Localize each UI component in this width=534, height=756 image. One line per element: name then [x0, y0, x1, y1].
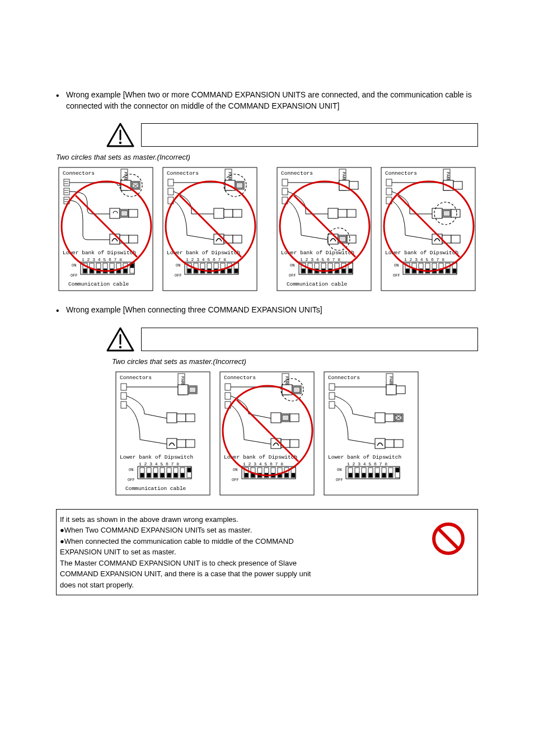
svg-rect-217	[386, 385, 396, 395]
svg-rect-175	[181, 473, 184, 477]
svg-rect-48	[168, 188, 174, 195]
dipswitch-label: Lower bank of Dipswitch	[167, 250, 240, 256]
svg-rect-185	[293, 387, 300, 393]
bullet-three-connectors: Wrong example [When connecting three COM…	[66, 305, 478, 316]
off-label: OFF	[336, 478, 343, 482]
svg-rect-80	[282, 179, 288, 186]
svg-rect-163	[140, 473, 144, 477]
svg-rect-218	[396, 386, 405, 394]
dip-numbers: 1 2 3 4 5 6 7 8	[82, 257, 122, 262]
svg-rect-118	[432, 208, 442, 218]
off-label: OFF	[393, 273, 400, 278]
board-f: Connectors PARENT Lower bank of Dipswitc…	[217, 369, 317, 498]
off-label: OFF	[232, 478, 239, 482]
on-label: ON	[394, 263, 399, 268]
warning-caption-box-2	[141, 328, 478, 351]
svg-rect-226	[385, 440, 394, 447]
svg-rect-113	[386, 179, 392, 186]
svg-rect-5	[64, 179, 69, 186]
svg-rect-188	[282, 415, 289, 421]
svg-rect-55	[233, 209, 242, 217]
svg-rect-8	[64, 188, 69, 195]
on-label: ON	[337, 468, 341, 472]
warning-triangle-icon	[106, 123, 134, 147]
connectors-label: Connectors	[167, 170, 199, 176]
connectors-label: Connectors	[328, 375, 360, 381]
incorrect-note-2: Two circles that sets as master.(Incorre…	[56, 153, 478, 161]
prohibit-line-6: does not start properly.	[60, 580, 410, 591]
svg-rect-242	[389, 473, 392, 477]
svg-rect-155	[167, 413, 177, 423]
svg-point-2	[119, 142, 121, 144]
svg-rect-84	[349, 181, 358, 189]
svg-rect-151	[121, 402, 127, 408]
comm-cable-label: Communication cable	[68, 281, 129, 287]
warning-row-1	[106, 123, 478, 147]
svg-rect-149	[121, 384, 127, 390]
prohibit-line-4: The Master COMMAND EXPANSION UNIT is to …	[60, 558, 410, 569]
prohibit-line-2: ●When connected the communication cable …	[60, 536, 410, 547]
svg-rect-238	[376, 473, 379, 477]
svg-rect-81	[282, 188, 288, 195]
svg-rect-73	[228, 269, 231, 273]
off-label: OFF	[128, 478, 135, 482]
prohibit-line-1: ●When Two COMMAND EXPANSION UNITs set as…	[60, 525, 410, 536]
svg-rect-86	[338, 209, 347, 217]
svg-rect-219	[375, 413, 385, 423]
svg-rect-171	[167, 473, 171, 477]
svg-line-246	[438, 529, 458, 549]
svg-rect-244	[396, 468, 399, 472]
svg-rect-169	[161, 473, 164, 477]
svg-rect-195	[245, 473, 248, 477]
svg-rect-154	[189, 387, 196, 393]
svg-rect-234	[362, 473, 366, 477]
svg-rect-106	[342, 269, 345, 273]
svg-rect-53	[214, 208, 224, 218]
svg-rect-114	[386, 188, 392, 195]
svg-rect-216	[329, 402, 335, 408]
svg-rect-87	[347, 209, 356, 217]
svg-rect-173	[174, 473, 177, 477]
svg-rect-240	[382, 473, 386, 477]
svg-rect-127	[406, 269, 409, 273]
dip-numbers: 1 2 3 4 5 6 7 8	[186, 257, 226, 262]
off-label: OFF	[71, 273, 78, 278]
board-g: Connectors PARENT Lower bank of Dipswitc…	[321, 369, 421, 498]
svg-rect-186	[271, 413, 281, 423]
board-c: Connectors PARENT	[274, 165, 374, 293]
svg-rect-16	[132, 183, 139, 188]
prohibited-summary-box: If it sets as shown in the above drawn w…	[56, 509, 478, 596]
svg-rect-209	[292, 473, 295, 477]
svg-rect-156	[177, 414, 186, 422]
dip-numbers: 1 2 3 4 5 6 7 8	[243, 461, 283, 466]
svg-rect-165	[147, 473, 151, 477]
comm-cable-label: Communication cable	[125, 486, 186, 492]
board-a: Connectors PARENT	[56, 165, 156, 293]
comm-cable-label: Communication cable	[287, 281, 348, 287]
svg-rect-120	[443, 211, 450, 216]
bullet-two-connectors: Wrong example [When two or more COMMAND …	[66, 90, 478, 111]
connectors-label: Connectors	[281, 170, 313, 176]
dipswitch-label: Lower bank of Dipswitch	[120, 454, 193, 460]
connectors-label: Connectors	[224, 375, 256, 381]
dipswitch-label: Lower bank of Dipswitch	[224, 454, 297, 460]
svg-rect-47	[168, 179, 174, 186]
on-label: ON	[129, 468, 133, 472]
svg-rect-21	[121, 211, 128, 216]
dipswitch-label: Lower bank of Dipswitch	[63, 250, 136, 256]
svg-rect-117	[453, 181, 462, 189]
svg-rect-150	[121, 393, 127, 399]
svg-rect-227	[394, 440, 403, 447]
off-label: OFF	[175, 273, 182, 278]
svg-rect-85	[328, 208, 338, 218]
dipswitch-label: Lower bank of Dipswitch	[328, 454, 401, 460]
svg-rect-236	[369, 473, 372, 477]
board-b: Connectors PARENT	[160, 165, 260, 293]
svg-rect-189	[290, 414, 299, 422]
svg-rect-61	[188, 269, 191, 273]
svg-rect-25	[129, 235, 138, 243]
svg-rect-225	[375, 438, 385, 449]
connectors-label: Connectors	[63, 170, 95, 176]
prohibit-line-3: EXPANSION UNIT to set as master.	[60, 547, 410, 558]
svg-rect-160	[186, 440, 195, 447]
